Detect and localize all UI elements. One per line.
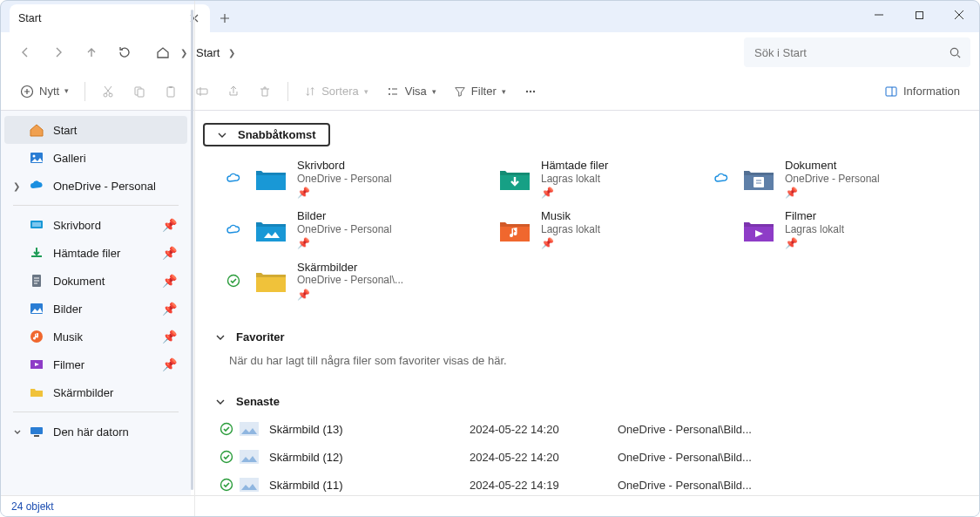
pin-icon: 📌 <box>541 187 608 199</box>
quick-access-item[interactable]: FilmerLagras lokalt📌 <box>703 204 947 255</box>
sidebar-item-den-här-datorn[interactable]: Den här datorn <box>4 418 187 446</box>
sync-status-icon <box>215 449 238 465</box>
quick-access-item[interactable]: SkrivbordOneDrive - Personal📌 <box>215 153 459 204</box>
item-name: Skrivbord <box>297 159 392 173</box>
sidebar-item-start[interactable]: Start <box>4 116 187 144</box>
delete-button[interactable] <box>251 78 279 105</box>
pin-icon: 📌 <box>297 187 392 199</box>
sidebar-item-onedrive---personal[interactable]: ❯OneDrive - Personal <box>4 172 187 200</box>
download-icon <box>29 245 44 261</box>
pin-icon: 📌 <box>162 218 180 232</box>
svg-rect-24 <box>30 427 43 434</box>
chevron-down-icon: ▾ <box>502 87 506 96</box>
sidebar-item-skärmbilder[interactable]: Skärmbilder <box>4 378 187 406</box>
address-bar[interactable]: ❯ Start ❯ <box>145 37 733 67</box>
videos-icon <box>29 357 44 372</box>
svg-rect-15 <box>886 87 896 96</box>
quick-access-item[interactable]: DokumentOneDrive - Personal📌 <box>703 153 947 204</box>
section-title: Favoriter <box>236 330 285 344</box>
filter-label: Filter <box>471 85 497 98</box>
command-bar: Nytt ▾ Sortera ▾ Visa ▾ Filter ▾ <box>1 72 979 111</box>
item-location: OneDrive - Personal <box>785 173 880 185</box>
refresh-button[interactable] <box>109 37 140 67</box>
tab-start[interactable]: Start <box>10 4 210 32</box>
favorites-header[interactable]: Favoriter <box>203 327 297 347</box>
filter-button[interactable]: Filter ▾ <box>447 78 513 105</box>
divider <box>287 82 288 101</box>
item-name: Dokument <box>785 159 880 173</box>
sidebar-item-galleri[interactable]: Galleri <box>4 144 187 172</box>
item-location: OneDrive - Personal\Bild... <box>618 451 752 464</box>
more-button[interactable] <box>517 78 544 105</box>
sidebar-item-dokument[interactable]: Dokument📌 <box>4 267 187 295</box>
new-button[interactable]: Nytt ▾ <box>13 78 76 105</box>
search-icon[interactable] <box>949 46 962 59</box>
music-icon <box>29 329 44 344</box>
svg-rect-25 <box>34 435 39 437</box>
sidebar-item-skrivbord[interactable]: Skrivbord📌 <box>4 211 187 239</box>
item-name: Musik <box>541 209 600 223</box>
documents-icon <box>29 273 44 289</box>
cut-button[interactable] <box>94 78 122 105</box>
svg-point-11 <box>389 93 390 95</box>
maximize-button[interactable] <box>899 1 939 29</box>
copy-button[interactable] <box>125 78 153 105</box>
search-box[interactable] <box>744 37 970 67</box>
sidebar-item-musik[interactable]: Musik📌 <box>4 323 187 350</box>
sidebar-item-label: Den här datorn <box>53 425 180 439</box>
details-pane-button[interactable]: Information <box>877 78 967 105</box>
home-icon[interactable] <box>151 40 175 65</box>
sidebar-item-label: Musik <box>53 330 153 344</box>
breadcrumb-location[interactable]: Start <box>193 46 223 59</box>
thumbnail-icon <box>238 421 260 437</box>
pin-icon: 📌 <box>785 237 844 249</box>
recent-header[interactable]: Senaste <box>203 391 292 412</box>
pin-icon: 📌 <box>297 237 392 249</box>
item-location: OneDrive - Personal\Bild... <box>618 423 752 436</box>
folder-icon <box>253 215 288 245</box>
sync-status-icon <box>222 171 245 187</box>
sidebar-item-hämtade-filer[interactable]: Hämtade filer📌 <box>4 239 187 267</box>
view-button[interactable]: Visa ▾ <box>379 78 443 105</box>
minimize-button[interactable] <box>859 1 899 29</box>
recent-item[interactable]: Skärmbild (12)2024-05-22 14:20OneDrive -… <box>191 443 979 471</box>
chevron-right-icon[interactable]: ❯ <box>175 48 193 58</box>
sidebar-item-bilder[interactable]: Bilder📌 <box>4 295 187 323</box>
sidebar-item-label: Filmer <box>53 358 153 371</box>
sort-button[interactable]: Sortera ▾ <box>297 78 375 105</box>
close-window-button[interactable] <box>939 1 979 29</box>
new-tab-button[interactable] <box>210 4 240 32</box>
folder-icon <box>253 266 288 296</box>
svg-point-10 <box>389 88 390 90</box>
search-input[interactable] <box>753 45 949 60</box>
chevron-down-icon: ▾ <box>432 87 436 96</box>
recent-item[interactable]: Skärmbild (11)2024-05-22 14:19OneDrive -… <box>191 471 979 495</box>
quick-access-item[interactable]: BilderOneDrive - Personal📌 <box>215 204 459 255</box>
new-button-label: Nytt <box>39 85 59 98</box>
sidebar-item-label: Dokument <box>53 275 153 288</box>
pin-icon: 📌 <box>541 237 600 249</box>
back-button[interactable] <box>10 37 41 67</box>
quick-access-item[interactable]: Hämtade filerLagras lokalt📌 <box>459 153 703 204</box>
splitter[interactable] <box>191 111 195 495</box>
paste-button[interactable] <box>157 78 185 105</box>
recent-item[interactable]: Skärmbild (13)2024-05-22 14:20OneDrive -… <box>191 415 979 443</box>
folder-icon <box>741 215 776 245</box>
quick-access-item[interactable]: MusikLagras lokalt📌 <box>459 204 703 255</box>
chevron-right-icon[interactable]: ❯ <box>223 48 240 58</box>
forward-button[interactable] <box>43 37 74 67</box>
share-button[interactable] <box>220 78 247 105</box>
up-button[interactable] <box>76 37 107 67</box>
quick-access-item[interactable]: SkärmbilderOneDrive - Personal\...📌 <box>215 255 459 306</box>
navigation-pane: StartGalleri❯OneDrive - PersonalSkrivbor… <box>1 111 191 495</box>
item-location: OneDrive - Personal\... <box>297 274 403 286</box>
file-explorer-window: Start ❯ Start ❯ <box>0 0 980 517</box>
chevron-right-icon[interactable]: ❯ <box>13 181 20 191</box>
folder-icon <box>741 164 776 194</box>
chevron-down-icon <box>215 332 226 343</box>
home-icon <box>29 122 44 138</box>
chevron-down-icon[interactable] <box>13 428 22 437</box>
quick-access-header[interactable]: Snabbåtkomst <box>203 123 330 146</box>
item-name: Skärmbild (12) <box>269 451 470 464</box>
sidebar-item-filmer[interactable]: Filmer📌 <box>4 350 187 378</box>
